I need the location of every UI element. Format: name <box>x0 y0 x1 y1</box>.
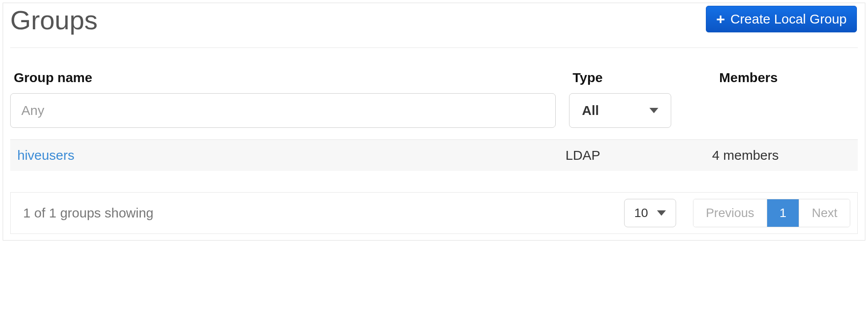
pagination: Previous 1 Next <box>693 199 850 227</box>
groups-page: Groups + Create Local Group Group name T… <box>3 3 865 241</box>
create-button-label: Create Local Group <box>730 12 847 27</box>
chevron-down-icon <box>657 210 666 216</box>
next-page-button[interactable]: Next <box>799 199 850 227</box>
column-headers: Group name Type Members <box>10 66 858 93</box>
page-header: Groups + Create Local Group <box>3 3 865 35</box>
table-footer: 1 of 1 groups showing 10 Previous 1 Next <box>10 192 858 234</box>
column-header-group-name: Group name <box>10 66 556 93</box>
column-header-type: Type <box>569 66 702 93</box>
filter-row: All <box>10 93 858 128</box>
footer-controls: 10 Previous 1 Next <box>624 199 850 227</box>
chevron-down-icon <box>649 108 658 113</box>
group-name-filter-input[interactable] <box>10 93 556 128</box>
page-size-value: 10 <box>634 206 648 220</box>
create-local-group-button[interactable]: + Create Local Group <box>706 6 857 32</box>
page-title: Groups <box>10 6 98 35</box>
group-members-cell: 4 members <box>712 148 854 163</box>
group-name-link[interactable]: hiveusers <box>14 148 552 163</box>
group-type-cell: LDAP <box>565 148 699 163</box>
groups-table: Group name Type Members All hiveusers LD… <box>3 48 865 171</box>
table-row: hiveusers LDAP 4 members <box>10 140 858 171</box>
previous-page-button[interactable]: Previous <box>693 199 767 227</box>
plus-icon: + <box>716 12 725 27</box>
type-filter-selected: All <box>582 103 599 118</box>
type-filter-select[interactable]: All <box>569 93 671 128</box>
status-text: 1 of 1 groups showing <box>18 205 154 221</box>
column-header-members: Members <box>716 66 858 93</box>
page-number-button[interactable]: 1 <box>767 199 800 227</box>
page-size-select[interactable]: 10 <box>624 199 676 227</box>
